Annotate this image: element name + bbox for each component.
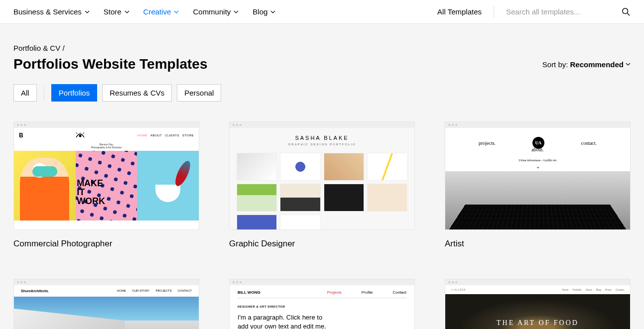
nav-business[interactable]: Business & Services (13, 7, 90, 16)
preview-logo: J.ALISSA (451, 288, 466, 291)
preview-para: I'm a paragraph. Click here to add your … (238, 313, 330, 329)
svg-point-0 (623, 8, 628, 13)
preview-overlay: MAKE IT WORK (77, 179, 105, 206)
template-title: Artist (445, 239, 631, 249)
browser-bar (230, 122, 414, 128)
filter-all[interactable]: All (13, 84, 37, 102)
svg-line-5 (83, 132, 84, 134)
header-row: Portfolios Website Templates Sort by: Re… (13, 56, 631, 72)
chevron-down-icon (125, 9, 129, 14)
nav-label: Store (104, 7, 122, 16)
preview-nav-about: about. (445, 153, 630, 157)
preview-menu: HOME OUR STORY PROJECTS CONTACT (117, 289, 192, 293)
breadcrumb-separator: / (62, 44, 64, 52)
preview-logo: ShureArchitects. (21, 289, 49, 293)
preview-name: BILL WONG (238, 290, 260, 295)
preview-sub: Urban Adventures - Graffiti Art (445, 159, 630, 162)
svg-line-1 (628, 13, 630, 15)
nav-store[interactable]: Store (104, 7, 129, 16)
sort-value: Recommended (570, 60, 624, 69)
chevron-down-icon (234, 9, 239, 14)
sort-label: Sort by: (542, 60, 568, 69)
template-card[interactable]: projects. UA contact. about. Urban Adven… (445, 121, 631, 249)
preview-mid: Benson Day Photography & Art Direction (14, 143, 199, 149)
preview-image (445, 171, 630, 230)
chevron-down-icon (174, 9, 179, 14)
preview-grid (237, 153, 407, 230)
template-thumb: ShureArchitects. HOME OUR STORY PROJECTS… (13, 279, 199, 329)
filter-personal[interactable]: Personal (177, 84, 221, 102)
filter-portfolios[interactable]: Portfolios (51, 84, 98, 102)
preview-logo: B (19, 132, 23, 139)
nav-community[interactable]: Community (193, 7, 239, 16)
preview-image: SĀ (14, 297, 199, 329)
preview-menu: HOME ABOUT CLIENTS STORE (137, 134, 194, 137)
eye-icon (23, 129, 137, 142)
chevron-down-icon (626, 62, 631, 67)
filter-resumes[interactable]: Resumes & CVs (102, 84, 172, 102)
chevron-down-icon (85, 9, 90, 14)
template-card[interactable]: SASHA BLAKE GRAPHIC DESIGN PORTFOLIO Gra… (229, 121, 415, 249)
template-thumb: B HOME ABOUT CLIENTS STORE (13, 121, 199, 230)
nav-label: Creative (143, 7, 171, 16)
thumb-body: ShureArchitects. HOME OUR STORY PROJECTS… (14, 285, 199, 329)
nav-blog[interactable]: Blog (253, 7, 275, 16)
top-nav: Business & Services Store Creative Commu… (0, 0, 644, 24)
chevron-down-icon: ⌄ (445, 164, 630, 169)
browser-bar (14, 279, 199, 285)
template-thumb: BILL WONG Projects Profile Contact DESIG… (229, 279, 415, 329)
template-card[interactable]: ShureArchitects. HOME OUR STORY PROJECTS… (13, 279, 199, 329)
preview-head: BILL WONG Projects Profile Contact (238, 290, 406, 298)
chevron-down-icon (270, 9, 275, 14)
nav-right: All Templates (437, 6, 631, 18)
divider (44, 86, 44, 100)
browser-bar (445, 279, 630, 285)
nav-left: Business & Services Store Creative Commu… (13, 7, 275, 16)
nav-creative[interactable]: Creative (143, 7, 179, 16)
preview-tabs: Projects Profile Contact (327, 290, 406, 295)
divider (494, 6, 494, 18)
thumb-body: BILL WONG Projects Profile Contact DESIG… (230, 285, 414, 329)
all-templates-link[interactable]: All Templates (437, 7, 482, 16)
filters: All Portfolios Resumes & CVs Personal (13, 84, 631, 102)
search-input[interactable] (506, 7, 616, 16)
template-title: Graphic Designer (229, 239, 415, 249)
thumb-body: J.ALISSA Home Portfolio About Blog Press… (445, 285, 630, 329)
breadcrumb: Portfolio & CV / (13, 44, 631, 52)
template-thumb: projects. UA contact. about. Urban Adven… (445, 121, 631, 230)
thumb-body: projects. UA contact. about. Urban Adven… (445, 128, 630, 230)
search-wrap (506, 7, 631, 16)
nav-label: Blog (253, 7, 267, 16)
preview-sub: GRAPHIC DESIGN PORTFOLIO (237, 143, 407, 146)
template-card[interactable]: B HOME ABOUT CLIENTS STORE (13, 121, 199, 249)
browser-bar (230, 279, 414, 285)
thumb-body: B HOME ABOUT CLIENTS STORE (14, 128, 199, 229)
template-grid: B HOME ABOUT CLIENTS STORE (13, 121, 631, 329)
preview-head: J.ALISSA Home Portfolio About Blog Press… (445, 285, 630, 294)
browser-bar (14, 122, 199, 128)
page-title: Portfolios Website Templates (13, 56, 207, 72)
template-thumb: SASHA BLAKE GRAPHIC DESIGN PORTFOLIO (229, 121, 415, 230)
thumb-body: SASHA BLAKE GRAPHIC DESIGN PORTFOLIO (230, 128, 414, 230)
template-thumb: J.ALISSA Home Portfolio About Blog Press… (445, 279, 631, 329)
content: Portfolio & CV / Portfolios Website Temp… (0, 24, 644, 329)
svg-point-2 (79, 134, 82, 137)
breadcrumb-parent[interactable]: Portfolio & CV (13, 44, 60, 52)
preview-overlay: THE ART OF FOOD PHOTOGRAPHY (497, 319, 579, 329)
preview-role: DESIGNER & ART DIRECTOR (238, 305, 406, 308)
search-icon[interactable] (622, 7, 631, 16)
template-card[interactable]: BILL WONG Projects Profile Contact DESIG… (229, 279, 415, 329)
svg-line-3 (76, 132, 77, 134)
preview-title: SASHA BLAKE (237, 135, 407, 141)
sort-dropdown[interactable]: Sort by: Recommended (542, 60, 631, 69)
preview-head: ShureArchitects. HOME OUR STORY PROJECTS… (14, 285, 199, 297)
nav-label: Business & Services (13, 7, 82, 16)
browser-bar (445, 122, 630, 128)
nav-label: Community (193, 7, 231, 16)
preview-row: MAKE IT WORK (14, 151, 199, 220)
preview-image: THE ART OF FOOD PHOTOGRAPHY (445, 294, 630, 329)
preview-menu: Home Portfolio About Blog Press Contact (562, 288, 624, 291)
template-card[interactable]: J.ALISSA Home Portfolio About Blog Press… (445, 279, 631, 329)
template-title: Commercial Photographer (13, 239, 199, 249)
